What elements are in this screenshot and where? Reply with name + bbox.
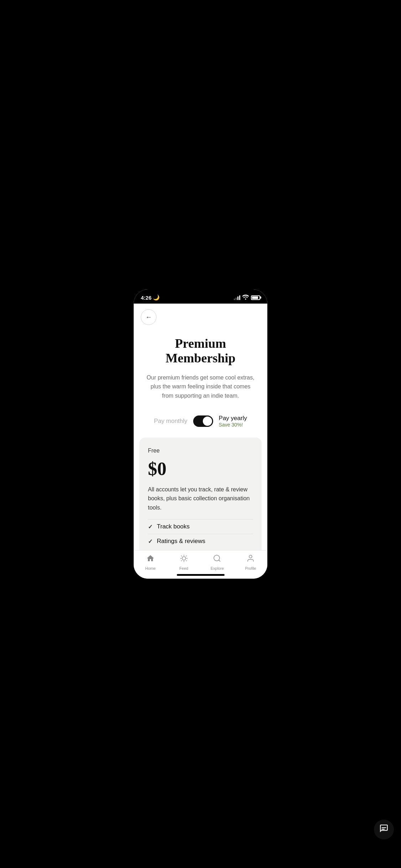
billing-toggle-section: Pay monthly Pay yearly Save 30%! xyxy=(134,406,267,435)
hero-section: Premium Membership Our premium friends g… xyxy=(134,328,267,406)
back-button[interactable]: ← xyxy=(141,309,156,325)
feed-icon xyxy=(180,554,188,565)
nav-label-explore: Explore xyxy=(211,566,224,570)
pricing-card: Free $0 All accounts let you track, rate… xyxy=(139,438,262,550)
billing-toggle[interactable] xyxy=(193,415,213,427)
nav-item-explore[interactable]: Explore xyxy=(201,554,234,570)
nav-item-feed[interactable]: Feed xyxy=(167,554,201,570)
check-icon-1: ✓ xyxy=(148,523,153,530)
svg-line-10 xyxy=(181,560,182,561)
nav-label-home: Home xyxy=(145,566,155,570)
hero-subtitle: Our premium friends get some cool extras… xyxy=(144,373,257,401)
save-label: Save 30%! xyxy=(219,422,247,428)
svg-line-12 xyxy=(219,560,220,562)
signal-icon xyxy=(234,295,240,300)
check-icon-2: ✓ xyxy=(148,538,153,545)
toggle-knob xyxy=(203,417,212,426)
feature-label-2: Ratings & reviews xyxy=(157,538,205,545)
yearly-label-group: Pay yearly Save 30%! xyxy=(219,415,247,428)
time-display: 4:26 xyxy=(141,295,151,301)
svg-point-13 xyxy=(249,555,252,558)
page-title: Premium Membership xyxy=(144,336,257,366)
profile-icon xyxy=(246,554,255,565)
home-indicator xyxy=(134,572,267,579)
status-time: 4:26 🌙 xyxy=(141,294,160,301)
wifi-icon xyxy=(242,295,249,301)
nav-item-profile[interactable]: Profile xyxy=(234,554,267,570)
nav-label-feed: Feed xyxy=(179,566,188,570)
nav-label-profile: Profile xyxy=(245,566,256,570)
moon-icon: 🌙 xyxy=(153,294,160,301)
svg-line-7 xyxy=(181,556,182,556)
feature-item-track-books: ✓ Track books xyxy=(148,519,253,534)
plan-price: $0 xyxy=(148,458,253,479)
feature-list: ✓ Track books ✓ Ratings & reviews xyxy=(148,519,253,548)
explore-icon xyxy=(213,554,221,565)
status-icons xyxy=(234,295,260,301)
back-arrow-icon: ← xyxy=(145,314,152,321)
home-bar xyxy=(177,574,225,576)
feature-label-1: Track books xyxy=(157,523,190,530)
nav-item-home[interactable]: Home xyxy=(134,554,167,570)
svg-line-8 xyxy=(186,560,186,561)
plan-description: All accounts let you track, rate & revie… xyxy=(148,485,253,512)
bottom-nav: Home Feed xyxy=(134,550,267,572)
feature-item-ratings: ✓ Ratings & reviews xyxy=(148,534,253,548)
home-icon xyxy=(146,554,155,565)
main-content: ← Premium Membership Our premium friends… xyxy=(134,304,267,550)
yearly-label: Pay yearly xyxy=(219,415,247,422)
plan-name: Free xyxy=(148,448,253,454)
svg-point-11 xyxy=(214,555,220,561)
battery-icon xyxy=(251,295,260,300)
monthly-label: Pay monthly xyxy=(154,418,187,425)
svg-point-2 xyxy=(182,557,186,560)
status-bar: 4:26 🌙 xyxy=(134,289,267,304)
svg-line-9 xyxy=(186,556,186,556)
header: ← xyxy=(134,304,267,328)
